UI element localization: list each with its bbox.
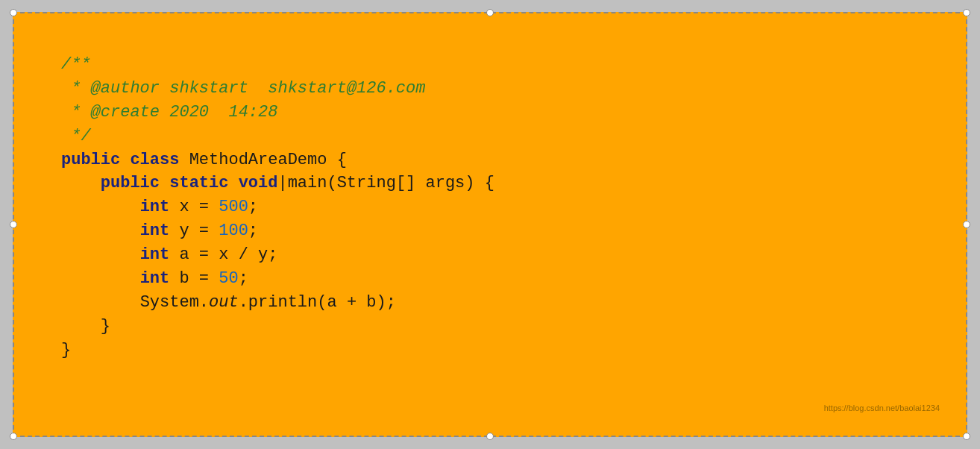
comment-line2: * @author shkstart shkstart@126.com [61,79,425,98]
method-name: main(String[] args) { [288,174,494,192]
watermark: https://blog.csdn.net/baolai1234 [824,404,940,412]
number-500: 500 [219,198,248,216]
close-brace-class: } [61,341,71,359]
var-x: x = [169,198,219,216]
comment-line1: /** [61,55,91,74]
handle-bot-right[interactable] [963,433,970,440]
comment-line3: * @create 2020 14:28 [61,103,277,122]
var-y: y = [169,222,219,240]
keyword-int-x: int [140,198,170,216]
var-a: a = x / y; [169,245,277,264]
keyword-int-y: int [140,222,170,240]
code-block: /** * @author shkstart shkstart@126.com … [31,31,949,418]
handle-top-right[interactable] [963,9,970,16]
handle-bot-mid[interactable] [486,433,494,440]
semi-b: ; [239,269,248,288]
class-name: MethodAreaDemo { [179,151,346,169]
keyword-public-class: public class [61,151,179,169]
keyword-int-b: int [140,269,170,288]
cursor-position: | [277,174,287,192]
var-b: b = [169,269,219,288]
handle-mid-right[interactable] [963,221,970,228]
keyword-public-static-void: public static void [101,174,278,192]
comment-line4: */ [61,127,91,145]
number-100: 100 [219,222,248,240]
handle-bot-left[interactable] [10,433,17,440]
code-content: /** * @author shkstart shkstart@126.com … [61,53,919,362]
handle-mid-left[interactable] [10,221,17,228]
semi-y: ; [248,222,258,240]
close-brace-method: } [101,317,110,336]
number-50: 50 [219,269,238,288]
handle-top-left[interactable] [10,9,17,16]
handle-top-mid[interactable] [486,9,494,16]
keyword-int-a: int [140,245,170,264]
println-line: System.out.println(a + b); [140,293,396,312]
semi-x: ; [248,198,258,216]
slide-container: /** * @author shkstart shkstart@126.com … [13,12,967,437]
